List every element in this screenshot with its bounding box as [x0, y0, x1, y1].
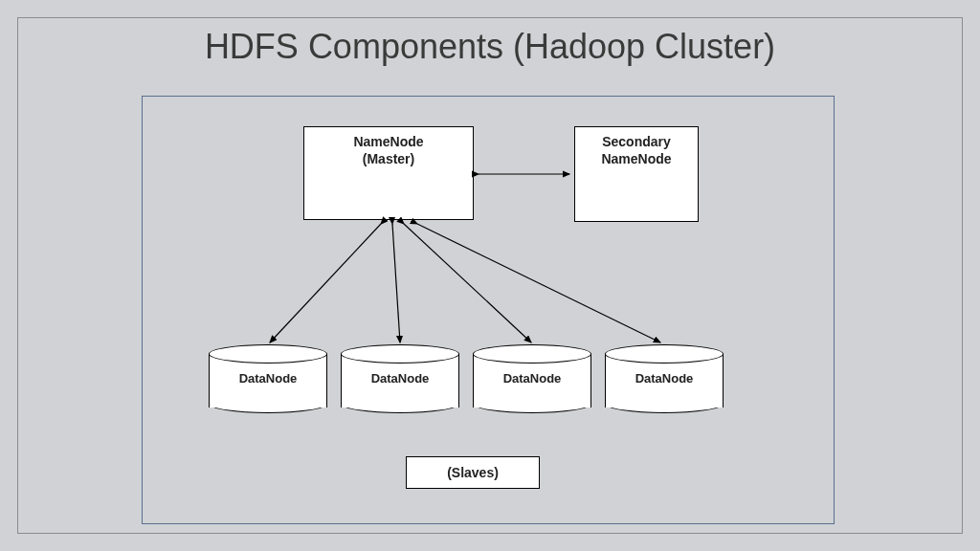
cylinder-top [341, 344, 459, 364]
datanode-cylinder: DataNode [473, 344, 591, 413]
cylinder-top [473, 344, 591, 364]
datanode-label: DataNode [341, 371, 459, 386]
namenode-label-line2: (Master) [304, 150, 473, 167]
datanode-label: DataNode [473, 371, 591, 386]
datanode-cylinder: DataNode [209, 344, 327, 413]
secondary-label-line2: NameNode [575, 150, 698, 167]
namenode-label-line1: NameNode [304, 133, 473, 150]
datanode-cylinder: DataNode [605, 344, 724, 413]
slide-title: HDFS Components (Hadoop Cluster) [0, 27, 980, 67]
datanode-label: DataNode [605, 371, 724, 386]
secondary-label-line1: Secondary [575, 133, 698, 150]
cylinder-top [605, 344, 724, 364]
datanode-cylinder: DataNode [341, 344, 459, 413]
secondary-namenode-box: Secondary NameNode [574, 126, 699, 222]
datanode-label: DataNode [209, 371, 327, 386]
slaves-label-box: (Slaves) [406, 456, 540, 489]
namenode-box: NameNode (Master) [303, 126, 474, 220]
cylinder-top [209, 344, 327, 364]
slaves-label: (Slaves) [447, 465, 499, 480]
